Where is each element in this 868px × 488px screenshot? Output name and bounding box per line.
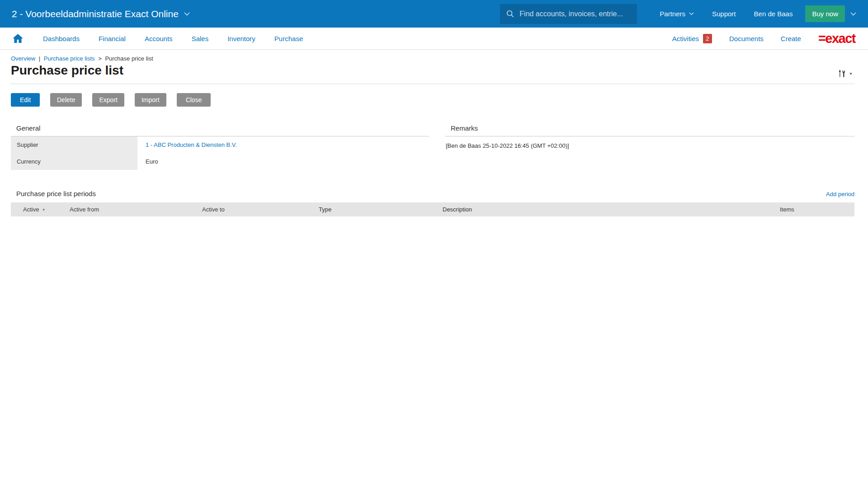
- nav-inventory[interactable]: Inventory: [227, 35, 255, 42]
- breadcrumb-separator: >: [98, 55, 102, 62]
- add-period-link[interactable]: Add period: [826, 191, 854, 197]
- import-button[interactable]: Import: [135, 93, 166, 107]
- global-search[interactable]: [500, 4, 637, 24]
- home-button[interactable]: [13, 34, 23, 43]
- general-section: General Supplier 1 - ABC Producten & Die…: [11, 122, 429, 170]
- close-button[interactable]: Close: [177, 93, 211, 107]
- nav-right-group: Activities 2 Documents Create =exact: [672, 32, 855, 45]
- exact-logo: =exact: [818, 32, 855, 45]
- support-link[interactable]: Support: [712, 10, 736, 18]
- remarks-section: Remarks [Ben de Baas 25-10-2022 16:45 (G…: [445, 122, 854, 170]
- supplier-label: Supplier: [11, 136, 137, 153]
- nav-dashboards[interactable]: Dashboards: [43, 35, 80, 42]
- nav-purchase[interactable]: Purchase: [274, 35, 303, 42]
- breadcrumb: Overview | Purchase price lists > Purcha…: [11, 55, 854, 62]
- export-button[interactable]: Export: [92, 93, 124, 107]
- nav-activities[interactable]: Activities 2: [672, 34, 712, 43]
- general-heading: General: [11, 122, 429, 136]
- main-nav: Dashboards Financial Accounts Sales Inve…: [0, 28, 868, 50]
- exact-logo-text: exact: [825, 31, 855, 46]
- chevron-down-icon: ▼: [849, 72, 853, 76]
- user-name: Ben de Baas: [754, 10, 793, 18]
- currency-row: Currency Euro: [11, 153, 429, 170]
- periods-heading: Purchase price list periods: [11, 190, 96, 197]
- activities-label: Activities: [672, 35, 699, 42]
- remarks-heading: Remarks: [445, 122, 854, 136]
- search-input[interactable]: [519, 10, 631, 18]
- page-content: Overview | Purchase price lists > Purcha…: [0, 55, 868, 216]
- chevron-down-icon: [184, 12, 190, 16]
- column-header-active-to[interactable]: Active to: [202, 206, 319, 213]
- detail-sections: General Supplier 1 - ABC Producten & Die…: [11, 122, 854, 170]
- supplier-value-link[interactable]: 1 - ABC Producten & Diensten B.V.: [146, 141, 237, 148]
- nav-accounts[interactable]: Accounts: [145, 35, 173, 42]
- nav-financial[interactable]: Financial: [99, 35, 126, 42]
- table-header-row: Active▼ Active from Active to Type Descr…: [11, 202, 854, 216]
- column-header-description[interactable]: Description: [443, 206, 780, 213]
- column-header-type[interactable]: Type: [319, 206, 443, 213]
- remarks-text: [Ben de Baas 25-10-2022 16:45 (GMT +02:0…: [445, 136, 854, 149]
- company-title: 2 - Voorbeeldadministratie Exact Online: [12, 9, 179, 19]
- breadcrumb-parent-link[interactable]: Purchase price lists: [44, 55, 95, 62]
- breadcrumb-current: Purchase price list: [105, 55, 153, 62]
- breadcrumb-overview-link[interactable]: Overview: [11, 55, 35, 62]
- breadcrumb-separator: |: [39, 55, 40, 62]
- topbar-dropdown-icon[interactable]: [850, 12, 856, 16]
- edit-button[interactable]: Edit: [11, 93, 40, 107]
- toolbar: Edit Delete Export Import Close: [11, 93, 854, 107]
- company-selector[interactable]: 2 - Voorbeeldadministratie Exact Online: [12, 9, 190, 19]
- search-icon: [506, 9, 514, 18]
- partners-menu[interactable]: Partners: [660, 10, 694, 18]
- periods-table: Active▼ Active from Active to Type Descr…: [11, 202, 854, 216]
- page-title: Purchase price list: [11, 63, 123, 78]
- buy-now-button[interactable]: Buy now: [805, 5, 845, 22]
- partners-label: Partners: [660, 10, 685, 18]
- support-label: Support: [712, 10, 736, 18]
- sort-descending-icon: ▼: [42, 208, 45, 212]
- chevron-down-icon: [689, 12, 694, 15]
- tools-icon: [838, 70, 846, 78]
- column-header-active-label: Active: [23, 206, 39, 213]
- column-header-active[interactable]: Active▼: [11, 206, 70, 213]
- activities-badge: 2: [703, 34, 712, 43]
- column-header-active-from[interactable]: Active from: [70, 206, 202, 213]
- top-bar: 2 - Voorbeeldadministratie Exact Online …: [0, 0, 868, 28]
- home-icon: [13, 34, 23, 43]
- periods-header: Purchase price list periods Add period: [11, 190, 854, 202]
- currency-value: Euro: [146, 158, 158, 165]
- nav-documents[interactable]: Documents: [729, 35, 764, 42]
- supplier-row: Supplier 1 - ABC Producten & Diensten B.…: [11, 136, 429, 153]
- currency-label: Currency: [11, 153, 137, 170]
- user-menu[interactable]: Ben de Baas: [754, 10, 793, 18]
- delete-button[interactable]: Delete: [50, 93, 82, 107]
- title-row: Purchase price list ▼: [11, 62, 854, 84]
- nav-sales[interactable]: Sales: [192, 35, 209, 42]
- customize-menu[interactable]: ▼: [838, 70, 854, 78]
- column-header-items[interactable]: Items: [780, 206, 811, 213]
- nav-create[interactable]: Create: [781, 35, 801, 42]
